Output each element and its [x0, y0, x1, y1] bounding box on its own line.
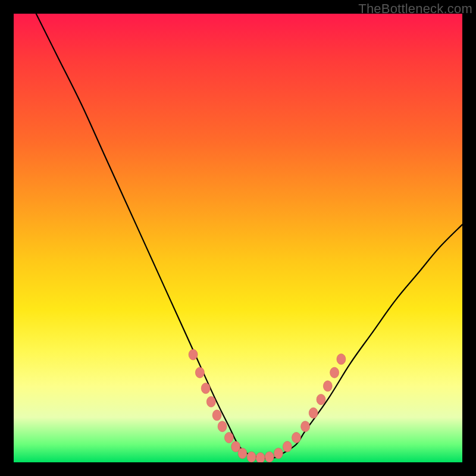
chart-svg — [14, 14, 462, 462]
curve-marker — [195, 367, 204, 378]
curve-marker — [201, 383, 210, 394]
curve-marker — [218, 421, 227, 432]
bottleneck-curve — [36, 14, 462, 458]
curve-marker — [323, 381, 332, 392]
curve-marker — [292, 433, 301, 443]
curve-marker — [247, 452, 256, 462]
curve-marker — [309, 408, 318, 418]
curve-marker — [301, 421, 310, 432]
curve-marker — [212, 410, 221, 421]
curve-marker — [238, 448, 247, 459]
curve-marker — [206, 396, 215, 407]
curve-markers — [189, 349, 346, 462]
curve-marker — [256, 453, 265, 463]
watermark-text: TheBottleneck.com — [358, 1, 472, 17]
curve-marker — [265, 452, 274, 462]
curve-marker — [317, 394, 325, 405]
curve-marker — [330, 367, 339, 378]
curve-marker — [274, 448, 283, 459]
chart-frame — [14, 14, 462, 462]
curve-marker — [337, 354, 346, 365]
curve-marker — [224, 433, 233, 443]
curve-marker — [189, 349, 198, 360]
curve-marker — [283, 441, 292, 452]
